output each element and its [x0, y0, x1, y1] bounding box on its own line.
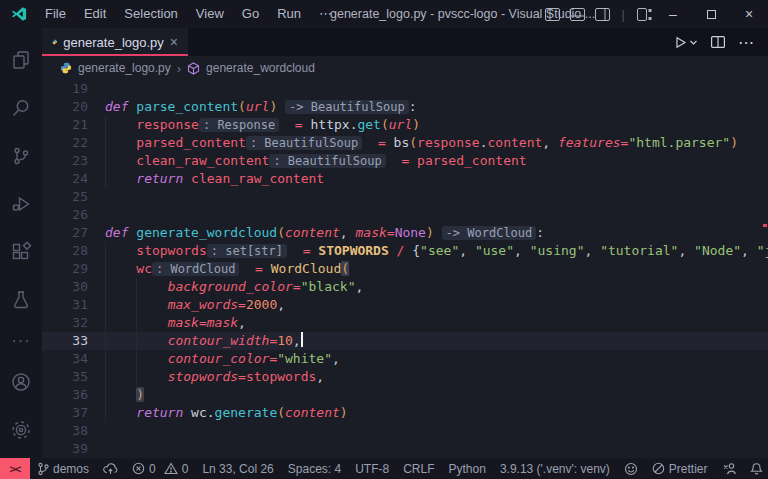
code-editor[interactable]: 1920def parse_content(url) -> BeautifulS… [42, 80, 768, 458]
code-line[interactable]: 23 clean_raw_content: BeautifulSoup = pa… [42, 152, 768, 170]
code-line[interactable]: 20def parse_content(url) -> BeautifulSou… [42, 98, 768, 116]
code-line[interactable]: 37 return wc.generate(content) [42, 404, 768, 422]
extensions-icon[interactable] [0, 228, 42, 276]
source-control-icon[interactable] [0, 132, 42, 180]
split-editor-icon[interactable] [711, 36, 725, 48]
code-line[interactable]: 35 stopwords=stopwords, [42, 368, 768, 386]
code-line[interactable]: 28 stopwords: set[str] = STOPWORDS / {"s… [42, 242, 768, 260]
settings-gear-icon[interactable] [0, 406, 42, 454]
code-line[interactable]: 36 ) [42, 386, 768, 404]
testing-icon[interactable] [0, 276, 42, 324]
breadcrumb-file[interactable]: generate_logo.py [78, 61, 171, 75]
line-number[interactable]: 20 [42, 98, 88, 116]
toggle-sidebar-icon[interactable] [545, 8, 560, 21]
code-line[interactable]: 24 return clean_raw_content [42, 170, 768, 188]
divider: | [622, 7, 625, 22]
problems-item[interactable]: 0 0 [125, 458, 195, 479]
line-number[interactable]: 29 [42, 260, 88, 278]
code-text: stopwords: set[str] = STOPWORDS / {"see"… [105, 242, 768, 260]
formatter-item[interactable]: Prettier [645, 458, 715, 479]
feedback-person-icon[interactable] [715, 458, 743, 479]
vscode-logo-icon [10, 5, 28, 23]
run-python-file-button[interactable] [674, 36, 698, 49]
git-branch-icon [37, 462, 49, 476]
line-number[interactable]: 24 [42, 170, 88, 188]
code-line[interactable]: 21 response: Response = httpx.get(url) [42, 116, 768, 134]
menu-selection[interactable]: Selection [115, 0, 186, 28]
status-bar: >< demos 0 0 Ln 33, Col 26 Spaces: 4 UTF… [0, 458, 768, 479]
code-line[interactable]: 33 contour_width=10, [42, 332, 768, 350]
line-number[interactable]: 28 [42, 242, 88, 260]
line-number[interactable]: 23 [42, 152, 88, 170]
line-number[interactable]: 19 [42, 80, 88, 98]
line-number[interactable]: 38 [42, 422, 88, 440]
explorer-icon[interactable] [0, 36, 42, 84]
code-text: def generate_wordcloud(content, mask=Non… [105, 224, 544, 242]
code-line[interactable]: 34 contour_color="white", [42, 350, 768, 368]
search-icon[interactable] [0, 84, 42, 132]
menu-go[interactable]: Go [233, 0, 268, 28]
account-icon[interactable] [0, 358, 42, 406]
code-text: background_color="black", [105, 278, 363, 296]
menu-view[interactable]: View [187, 0, 233, 28]
notifications-bell-icon[interactable] [743, 458, 768, 479]
code-line[interactable]: 19 [42, 80, 768, 98]
vscode-window: File Edit Selection View Go Run ⋯ genera… [0, 0, 768, 479]
symbol-cube-icon [187, 62, 200, 75]
tab-close-icon[interactable]: × [170, 34, 178, 50]
line-number[interactable]: 30 [42, 278, 88, 296]
line-number[interactable]: 32 [42, 314, 88, 332]
warning-count: 0 [182, 462, 189, 476]
code-line[interactable]: 29 wc: WordCloud = WordCloud( [42, 260, 768, 278]
publish-item[interactable] [96, 458, 125, 479]
breadcrumb-symbol[interactable]: generate_wordcloud [206, 61, 315, 75]
code-line[interactable]: 22 parsed_content: BeautifulSoup = bs(re… [42, 134, 768, 152]
code-line[interactable]: 26 [42, 206, 768, 224]
line-number[interactable]: 34 [42, 350, 88, 368]
close-button[interactable]: × [730, 0, 768, 28]
menu-file[interactable]: File [36, 0, 75, 28]
maximize-button[interactable] [692, 0, 730, 28]
branch-item[interactable]: demos [30, 458, 96, 479]
menu-run[interactable]: Run [268, 0, 310, 28]
python-interpreter-item[interactable]: 3.9.13 ('.venv': venv) [493, 458, 617, 479]
code-line[interactable]: 32 mask=mask, [42, 314, 768, 332]
tab-generate-logo[interactable]: generate_logo.py × [42, 28, 188, 56]
errors-icon [132, 462, 145, 475]
code-line[interactable]: 27def generate_wordcloud(content, mask=N… [42, 224, 768, 242]
customize-layout-icon[interactable] [637, 8, 652, 21]
line-number[interactable]: 21 [42, 116, 88, 134]
code-line[interactable]: 38 [42, 422, 768, 440]
line-number[interactable]: 27 [42, 224, 88, 242]
line-number[interactable]: 39 [42, 440, 88, 458]
eol-item[interactable]: CRLF [396, 458, 441, 479]
toggle-secondary-sidebar-icon[interactable] [595, 8, 610, 21]
feedback-smiley-icon[interactable] [617, 458, 645, 479]
activity-bar: ··· [0, 28, 42, 458]
language-mode-item[interactable]: Python [442, 458, 493, 479]
line-number[interactable]: 22 [42, 134, 88, 152]
remote-indicator[interactable]: >< [0, 458, 30, 479]
line-number[interactable]: 31 [42, 296, 88, 314]
editor-more-actions-icon[interactable]: ⋯ [738, 33, 754, 52]
line-number[interactable]: 33 [42, 332, 88, 350]
code-line[interactable]: 39 [42, 440, 768, 458]
code-line[interactable]: 31 max_words=2000, [42, 296, 768, 314]
line-number[interactable]: 26 [42, 206, 88, 224]
indentation-item[interactable]: Spaces: 4 [281, 458, 348, 479]
minimize-button[interactable]: – [654, 0, 692, 28]
toggle-panel-icon[interactable] [570, 8, 585, 21]
run-debug-icon[interactable] [0, 180, 42, 228]
menu-edit[interactable]: Edit [75, 0, 115, 28]
line-number[interactable]: 25 [42, 188, 88, 206]
line-number[interactable]: 35 [42, 368, 88, 386]
encoding-item[interactable]: UTF-8 [348, 458, 396, 479]
line-number[interactable]: 37 [42, 404, 88, 422]
more-views-icon[interactable]: ··· [12, 324, 31, 358]
cursor-position-item[interactable]: Ln 33, Col 26 [195, 458, 280, 479]
code-line[interactable]: 25 [42, 188, 768, 206]
code-text: max_words=2000, [105, 296, 285, 314]
chevron-down-icon [689, 38, 698, 47]
code-line[interactable]: 30 background_color="black", [42, 278, 768, 296]
line-number[interactable]: 36 [42, 386, 88, 404]
